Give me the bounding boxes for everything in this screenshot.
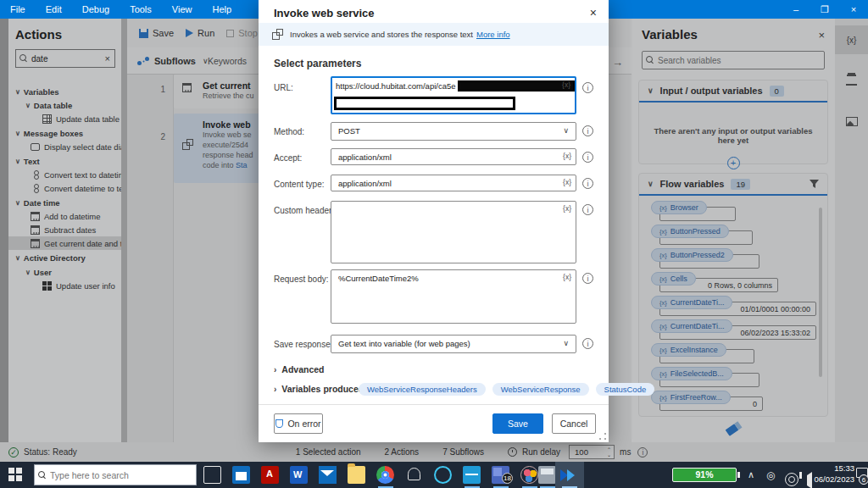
save-response-label: Save response: bbox=[274, 340, 333, 349]
accept-input[interactable]: application/xml {x} bbox=[331, 148, 576, 165]
paint-icon[interactable] bbox=[520, 466, 538, 484]
teams-badge: 18 bbox=[502, 473, 513, 484]
chrome-icon[interactable] bbox=[376, 466, 394, 484]
chevron-right-icon: › bbox=[274, 365, 276, 374]
close-icon[interactable]: × bbox=[590, 6, 597, 19]
cancel-button[interactable]: Cancel bbox=[552, 413, 596, 434]
meet-now-icon[interactable]: ◎ bbox=[766, 469, 775, 481]
fax-icon[interactable] bbox=[538, 466, 556, 484]
menu-view[interactable]: View bbox=[162, 0, 203, 19]
custom-headers-label: Custom headers: bbox=[274, 206, 338, 215]
mail-icon[interactable] bbox=[319, 466, 337, 484]
alexa-icon[interactable] bbox=[434, 466, 452, 484]
notification-badge: 6 bbox=[859, 474, 868, 485]
produced-variables: WebServiceResponseHeaders WebServiceResp… bbox=[359, 383, 654, 396]
accept-value: application/xml bbox=[338, 152, 392, 162]
chevron-right-icon: › bbox=[274, 385, 276, 394]
more-info-link[interactable]: More info bbox=[476, 30, 510, 39]
url-label: URL: bbox=[274, 83, 293, 92]
running-indicator bbox=[465, 486, 480, 488]
variable-picker-icon[interactable]: {x} bbox=[563, 273, 571, 281]
running-indicator bbox=[540, 486, 555, 488]
store-icon[interactable] bbox=[232, 466, 250, 484]
running-indicator bbox=[493, 486, 509, 488]
method-label: Method: bbox=[274, 127, 304, 136]
file-explorer-icon[interactable] bbox=[348, 466, 365, 484]
taskbar-search[interactable] bbox=[34, 464, 197, 485]
redaction-box bbox=[334, 97, 515, 110]
custom-headers-textarea[interactable]: {x} bbox=[331, 201, 576, 263]
running-indicator bbox=[378, 486, 393, 488]
menu-tools[interactable]: Tools bbox=[120, 0, 162, 19]
info-icon: i bbox=[582, 204, 593, 215]
minimize-icon[interactable]: – bbox=[782, 0, 810, 19]
word-icon[interactable] bbox=[290, 466, 308, 484]
method-select[interactable]: POST ∨ bbox=[331, 122, 576, 141]
content-type-input[interactable]: application/xml {x} bbox=[331, 175, 576, 191]
tray-chevron-up-icon[interactable]: ∧ bbox=[748, 469, 754, 480]
variable-picker-icon[interactable]: {x} bbox=[562, 80, 570, 89]
invoke-web-service-dialog: Invoke web service × Invokes a web servi… bbox=[259, 0, 609, 442]
resize-grip[interactable] bbox=[599, 433, 606, 440]
advanced-expander[interactable]: › Advanced bbox=[274, 364, 325, 374]
save-response-value: Get text into variable (for web pages) bbox=[338, 339, 470, 348]
accept-label: Accept: bbox=[274, 153, 302, 163]
on-error-button[interactable]: On error bbox=[274, 413, 323, 434]
restore-icon[interactable]: ❐ bbox=[810, 0, 839, 19]
info-icon: i bbox=[582, 125, 593, 136]
request-body-label: Request body: bbox=[274, 274, 329, 284]
dialog-title: Invoke web service bbox=[259, 0, 609, 19]
info-icon: i bbox=[582, 152, 593, 163]
produced-variable-pill[interactable]: WebServiceResponse bbox=[492, 383, 589, 396]
clock-time: 15:33 bbox=[807, 463, 854, 474]
info-icon: i bbox=[582, 273, 593, 284]
task-view-icon[interactable] bbox=[203, 466, 221, 484]
menu-file[interactable]: File bbox=[0, 0, 36, 19]
info-icon: i bbox=[582, 338, 593, 349]
chevron-down-icon: ∨ bbox=[563, 339, 569, 347]
running-indicator bbox=[562, 486, 577, 488]
battery-indicator[interactable]: 91% bbox=[672, 468, 737, 482]
taskbar-search-input[interactable] bbox=[50, 470, 177, 480]
bell-icon[interactable] bbox=[408, 468, 420, 480]
request-body-textarea[interactable]: %CurrentDateTime2% {x} bbox=[331, 269, 576, 324]
menu-help[interactable]: Help bbox=[202, 0, 242, 19]
method-value: POST bbox=[338, 126, 360, 136]
start-button[interactable] bbox=[8, 468, 22, 481]
url-value: https://cloud.hubitat.com/api/ca5e bbox=[336, 81, 456, 91]
produced-variable-pill[interactable]: WebServiceResponseHeaders bbox=[359, 383, 486, 396]
footer-divider bbox=[259, 404, 609, 405]
power-automate-icon[interactable] bbox=[560, 466, 578, 484]
running-indicator bbox=[522, 486, 537, 488]
chevron-down-icon: ∨ bbox=[563, 126, 569, 135]
info-icon: i bbox=[582, 82, 593, 93]
redaction-box bbox=[458, 80, 575, 92]
url-input[interactable]: https://cloud.hubitat.com/api/ca5e {x} bbox=[331, 76, 576, 114]
invoke-web-service-icon bbox=[272, 29, 283, 40]
taskbar-clock[interactable]: 15:33 06/02/2023 bbox=[807, 463, 854, 485]
variable-picker-icon[interactable]: {x} bbox=[563, 178, 571, 186]
close-icon[interactable]: × bbox=[839, 0, 868, 19]
variable-picker-icon[interactable]: {x} bbox=[563, 152, 571, 160]
menu-debug[interactable]: Debug bbox=[72, 0, 120, 19]
blue-app-icon[interactable] bbox=[463, 466, 481, 484]
dialog-info-text: Invokes a web service and stores the res… bbox=[290, 30, 473, 39]
info-icon: i bbox=[582, 178, 593, 189]
produced-variable-pill[interactable]: StatusCode bbox=[596, 383, 655, 396]
windows-taskbar: 18 91% ∧ ◎ 15:33 06/02/2023 6 bbox=[0, 462, 868, 488]
save-response-select[interactable]: Get text into variable (for web pages) ∨ bbox=[331, 335, 576, 353]
content-type-label: Content type: bbox=[274, 180, 324, 189]
save-button[interactable]: Save bbox=[492, 413, 543, 434]
clock-date: 06/02/2023 bbox=[807, 474, 854, 485]
content-type-value: application/xml bbox=[338, 179, 392, 188]
request-body-value: %CurrentDateTime2% bbox=[338, 274, 419, 283]
variables-produced-expander[interactable]: › Variables produced bbox=[274, 384, 364, 394]
select-parameters-heading: Select parameters bbox=[274, 58, 361, 69]
variable-picker-icon[interactable]: {x} bbox=[563, 204, 571, 213]
acrobat-icon[interactable] bbox=[261, 466, 279, 484]
dialog-info-bar: Invokes a web service and stores the res… bbox=[259, 23, 609, 46]
search-icon bbox=[38, 471, 47, 480]
shield-icon bbox=[275, 419, 283, 428]
menu-edit[interactable]: Edit bbox=[36, 0, 72, 19]
